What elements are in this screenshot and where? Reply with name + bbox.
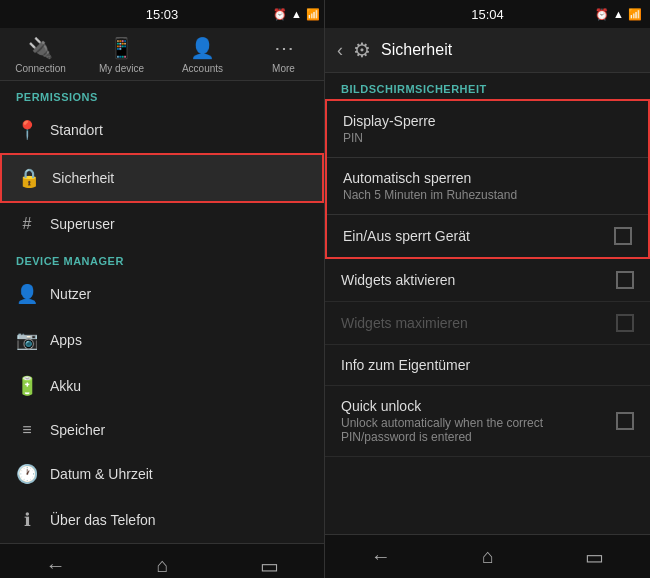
menu-nutzer[interactable]: 👤 Nutzer — [0, 271, 324, 317]
menu-ueber[interactable]: ℹ Über das Telefon — [0, 497, 324, 543]
nav-connection-label: Connection — [15, 63, 66, 74]
info-icon: ℹ — [16, 509, 38, 531]
akku-label: Akku — [50, 378, 81, 394]
storage-icon: ≡ — [16, 421, 38, 439]
nav-mydevice[interactable]: 📱 My device — [81, 34, 162, 76]
recents-button[interactable]: ▭ — [240, 546, 299, 579]
highlighted-security-group: Display-Sperre PIN Automatisch sperren N… — [325, 99, 650, 259]
more-icon: ⋯ — [274, 36, 294, 60]
menu-datum[interactable]: 🕐 Datum & Uhrzeit — [0, 451, 324, 497]
menu-apps[interactable]: 📷 Apps — [0, 317, 324, 363]
automatisch-sperren-item[interactable]: Automatisch sperren Nach 5 Minuten im Ru… — [327, 158, 648, 215]
widgets-maximieren-content: Widgets maximieren — [341, 315, 616, 331]
right-recents-button[interactable]: ▭ — [565, 537, 624, 577]
menu-superuser[interactable]: # Superuser — [0, 203, 324, 245]
left-bottom-nav: ← ⌂ ▭ — [0, 543, 324, 578]
left-panel: 15:03 ⏰ ▲ 📶 🔌 Connection 📱 My device 👤 A… — [0, 0, 325, 578]
nav-more-label: More — [272, 63, 295, 74]
accounts-icon: 👤 — [190, 36, 215, 60]
nav-connection[interactable]: 🔌 Connection — [0, 34, 81, 76]
top-nav: 🔌 Connection 📱 My device 👤 Accounts ⋯ Mo… — [0, 28, 324, 81]
location-icon: 📍 — [16, 119, 38, 141]
right-content: BILDSCHIRMSICHERHEIT Display-Sperre PIN … — [325, 73, 650, 534]
user-icon: 👤 — [16, 283, 38, 305]
display-sperre-subtitle: PIN — [343, 131, 632, 145]
nav-more[interactable]: ⋯ More — [243, 34, 324, 76]
right-back-button[interactable]: ← — [351, 537, 411, 576]
apps-label: Apps — [50, 332, 82, 348]
right-wifi-icon: ▲ — [613, 8, 624, 20]
automatisch-sperren-title: Automatisch sperren — [343, 170, 632, 186]
widgets-aktivieren-checkbox[interactable] — [616, 271, 634, 289]
clock-icon: 🕐 — [16, 463, 38, 485]
back-button[interactable]: ← — [25, 546, 85, 578]
security-header-icon: ⚙ — [353, 38, 371, 62]
widgets-aktivieren-title: Widgets aktivieren — [341, 272, 616, 288]
widgets-aktivieren-item[interactable]: Widgets aktivieren — [325, 259, 650, 302]
info-eigentuemer-content: Info zum Eigentümer — [341, 357, 634, 373]
alarm-icon: ⏰ — [273, 8, 287, 21]
menu-speicher[interactable]: ≡ Speicher — [0, 409, 324, 451]
quick-unlock-title: Quick unlock — [341, 398, 616, 414]
nutzer-label: Nutzer — [50, 286, 91, 302]
widgets-maximieren-title: Widgets maximieren — [341, 315, 616, 331]
right-status-bar: 15:04 ⏰ ▲ 📶 — [325, 0, 650, 28]
widgets-maximieren-checkbox[interactable] — [616, 314, 634, 332]
left-status-icons: ⏰ ▲ 📶 — [273, 8, 320, 21]
home-button[interactable]: ⌂ — [136, 546, 188, 578]
einaus-sperrt-checkbox[interactable] — [614, 227, 632, 245]
speicher-label: Speicher — [50, 422, 105, 438]
standort-label: Standort — [50, 122, 103, 138]
right-time: 15:04 — [471, 7, 504, 22]
quick-unlock-item[interactable]: Quick unlock Unlock automatically when t… — [325, 386, 650, 457]
right-back-arrow[interactable]: ‹ — [337, 40, 343, 61]
right-header-title: Sicherheit — [381, 41, 452, 59]
display-sperre-item[interactable]: Display-Sperre PIN — [327, 101, 648, 158]
automatisch-sperren-content: Automatisch sperren Nach 5 Minuten im Ru… — [343, 170, 632, 202]
info-eigentuemer-item[interactable]: Info zum Eigentümer — [325, 345, 650, 386]
signal-icon: 📶 — [306, 8, 320, 21]
bildschirmsicherheit-header: BILDSCHIRMSICHERHEIT — [325, 73, 650, 99]
nav-accounts-label: Accounts — [182, 63, 223, 74]
quick-unlock-content: Quick unlock Unlock automatically when t… — [341, 398, 616, 444]
left-status-bar: 15:03 ⏰ ▲ 📶 — [0, 0, 324, 28]
ueber-label: Über das Telefon — [50, 512, 156, 528]
display-sperre-content: Display-Sperre PIN — [343, 113, 632, 145]
left-time: 15:03 — [146, 7, 179, 22]
sicherheit-label: Sicherheit — [52, 170, 114, 186]
right-status-icons: ⏰ ▲ 📶 — [595, 8, 642, 21]
right-panel: 15:04 ⏰ ▲ 📶 ‹ ⚙ Sicherheit BILDSCHIRMSIC… — [325, 0, 650, 578]
info-eigentuemer-title: Info zum Eigentümer — [341, 357, 634, 373]
right-home-button[interactable]: ⌂ — [462, 537, 514, 576]
widgets-maximieren-item[interactable]: Widgets maximieren — [325, 302, 650, 345]
einaus-sperrt-item[interactable]: Ein/Aus sperrt Gerät — [327, 215, 648, 257]
device-manager-header: DEVICE MANAGER — [0, 245, 324, 271]
einaus-sperrt-title: Ein/Aus sperrt Gerät — [343, 228, 614, 244]
datum-label: Datum & Uhrzeit — [50, 466, 153, 482]
quick-unlock-subtitle: Unlock automatically when the correct PI… — [341, 416, 616, 444]
right-bottom-nav: ← ⌂ ▭ — [325, 534, 650, 578]
apps-icon: 📷 — [16, 329, 38, 351]
right-alarm-icon: ⏰ — [595, 8, 609, 21]
quick-unlock-checkbox[interactable] — [616, 412, 634, 430]
hash-icon: # — [16, 215, 38, 233]
right-signal-icon: 📶 — [628, 8, 642, 21]
menu-standort[interactable]: 📍 Standort — [0, 107, 324, 153]
menu-sicherheit[interactable]: 🔒 Sicherheit — [0, 153, 324, 203]
nav-mydevice-label: My device — [99, 63, 144, 74]
nav-accounts[interactable]: 👤 Accounts — [162, 34, 243, 76]
wifi-icon: ▲ — [291, 8, 302, 20]
widgets-aktivieren-content: Widgets aktivieren — [341, 272, 616, 288]
display-sperre-title: Display-Sperre — [343, 113, 632, 129]
battery-icon: 🔋 — [16, 375, 38, 397]
lock-icon: 🔒 — [18, 167, 40, 189]
menu-akku[interactable]: 🔋 Akku — [0, 363, 324, 409]
right-header: ‹ ⚙ Sicherheit — [325, 28, 650, 73]
connection-icon: 🔌 — [28, 36, 53, 60]
automatisch-sperren-subtitle: Nach 5 Minuten im Ruhezustand — [343, 188, 632, 202]
mydevice-icon: 📱 — [109, 36, 134, 60]
permissions-header: PERMISSIONS — [0, 81, 324, 107]
einaus-sperrt-content: Ein/Aus sperrt Gerät — [343, 228, 614, 244]
superuser-label: Superuser — [50, 216, 115, 232]
